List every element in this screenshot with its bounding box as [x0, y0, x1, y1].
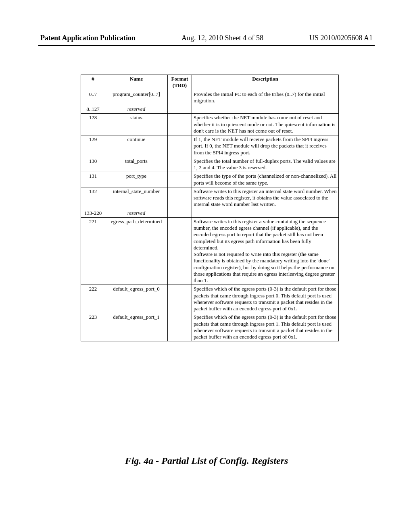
cell-desc: Specifies which of the egress ports (0-3…	[192, 313, 339, 341]
cell-desc: Software writes to this register an inte…	[192, 187, 339, 209]
col-header-name: Name	[105, 75, 168, 90]
table-row: 0..7program_counter[0..7]Provides the in…	[81, 90, 339, 105]
table-row: 133-220reserved	[81, 209, 339, 217]
table-row: 223default_egress_port_1Specifies which …	[81, 313, 339, 341]
cell-format	[168, 187, 192, 209]
cell-name: reserved	[105, 209, 168, 217]
header-rule	[38, 45, 375, 46]
cell-format	[168, 217, 192, 285]
table-row: 222default_egress_port_0Specifies which …	[81, 285, 339, 313]
cell-desc: Specifies whether the NET module has com…	[192, 114, 339, 135]
cell-num: 131	[81, 172, 105, 187]
page-header: Patent Application Publication Aug. 12, …	[0, 34, 413, 46]
cell-num: 222	[81, 285, 105, 313]
header-left: Patent Application Publication	[40, 34, 136, 42]
col-header-format: Format (TBD)	[168, 75, 192, 90]
cell-name: egress_path_determined	[105, 217, 168, 285]
cell-num: 130	[81, 157, 105, 172]
table-row: 129continueIf 1, the NET module will rec…	[81, 135, 339, 157]
cell-format	[168, 313, 192, 341]
table-row: 221egress_path_determinedSoftware writes…	[81, 217, 339, 285]
header-mid: Aug. 12, 2010 Sheet 4 of 58	[181, 34, 263, 42]
table-row: 128statusSpecifies whether the NET modul…	[81, 114, 339, 135]
cell-format	[168, 90, 192, 105]
cell-num: 223	[81, 313, 105, 341]
table-row: 132internal_state_numberSoftware writes …	[81, 187, 339, 209]
cell-num: 132	[81, 187, 105, 209]
register-table: # Name Format (TBD) Description 0..7prog…	[81, 75, 339, 341]
cell-num: 221	[81, 217, 105, 285]
cell-name: reserved	[105, 105, 168, 114]
table-row: 8..127reserved	[81, 105, 339, 114]
cell-num: 0..7	[81, 90, 105, 105]
cell-num: 129	[81, 135, 105, 157]
cell-num: 128	[81, 114, 105, 135]
figure-caption: Fig. 4a - Partial List of Config. Regist…	[0, 455, 413, 466]
cell-desc: Specifies which of the egress ports (0-3…	[192, 285, 339, 313]
table-row: 130total_portsSpecifies the total number…	[81, 157, 339, 172]
cell-name: internal_state_number	[105, 187, 168, 209]
cell-name: port_type	[105, 172, 168, 187]
cell-desc	[192, 105, 339, 114]
cell-name: program_counter[0..7]	[105, 90, 168, 105]
cell-desc: Provides the initial PC to each of the t…	[192, 90, 339, 105]
cell-num: 133-220	[81, 209, 105, 217]
cell-format	[168, 114, 192, 135]
cell-desc: Specifies the total number of full-duple…	[192, 157, 339, 172]
cell-format	[168, 285, 192, 313]
cell-format	[168, 157, 192, 172]
cell-name: total_ports	[105, 157, 168, 172]
cell-desc: If 1, the NET module will receive packet…	[192, 135, 339, 157]
cell-format	[168, 135, 192, 157]
table-header-row: # Name Format (TBD) Description	[81, 75, 339, 90]
register-table-wrap: # Name Format (TBD) Description 0..7prog…	[81, 75, 339, 341]
cell-format	[168, 172, 192, 187]
cell-format	[168, 209, 192, 217]
cell-desc: Software writes in this register a value…	[192, 217, 339, 285]
cell-num: 8..127	[81, 105, 105, 114]
cell-desc	[192, 209, 339, 217]
cell-name: continue	[105, 135, 168, 157]
header-right: US 2010/0205608 A1	[309, 34, 373, 42]
cell-format	[168, 105, 192, 114]
cell-name: status	[105, 114, 168, 135]
col-header-num: #	[81, 75, 105, 90]
cell-desc: Specifies the type of the ports (channel…	[192, 172, 339, 187]
table-row: 131port_typeSpecifies the type of the po…	[81, 172, 339, 187]
cell-name: default_egress_port_0	[105, 285, 168, 313]
cell-name: default_egress_port_1	[105, 313, 168, 341]
col-header-desc: Description	[192, 75, 339, 90]
